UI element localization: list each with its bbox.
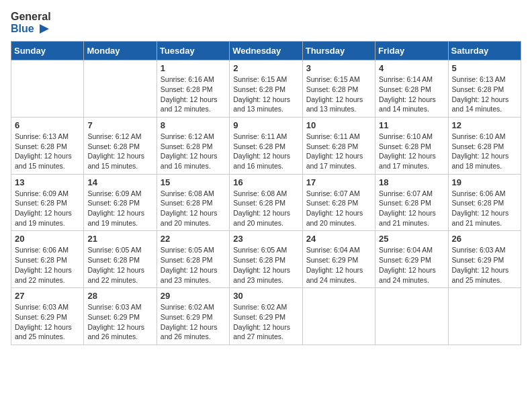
- day-number: 18: [379, 177, 444, 187]
- day-number: 26: [452, 234, 517, 244]
- day-info: Sunrise: 6:12 AMSunset: 6:28 PMDaylight:…: [87, 132, 152, 171]
- calendar-cell: 16Sunrise: 6:08 AMSunset: 6:28 PMDayligh…: [230, 174, 302, 231]
- day-info: Sunrise: 6:11 AMSunset: 6:28 PMDaylight:…: [233, 132, 298, 171]
- calendar-cell: 22Sunrise: 6:05 AMSunset: 6:28 PMDayligh…: [157, 231, 229, 288]
- calendar-cell: 14Sunrise: 6:09 AMSunset: 6:28 PMDayligh…: [84, 174, 157, 231]
- weekday-header-thursday: Thursday: [302, 42, 375, 60]
- day-number: 5: [452, 63, 517, 73]
- calendar-cell: 9Sunrise: 6:11 AMSunset: 6:28 PMDaylight…: [230, 117, 302, 174]
- day-info: Sunrise: 6:02 AMSunset: 6:29 PMDaylight:…: [161, 302, 226, 342]
- day-info: Sunrise: 6:10 AMSunset: 6:28 PMDaylight:…: [379, 132, 444, 171]
- calendar-cell: 20Sunrise: 6:06 AMSunset: 6:28 PMDayligh…: [11, 231, 84, 288]
- day-number: 28: [87, 291, 152, 301]
- day-number: 20: [15, 234, 80, 244]
- calendar-cell: 23Sunrise: 6:05 AMSunset: 6:28 PMDayligh…: [230, 231, 302, 288]
- day-number: 10: [306, 120, 371, 130]
- day-info: Sunrise: 6:05 AMSunset: 6:28 PMDaylight:…: [161, 245, 226, 285]
- calendar-cell: 15Sunrise: 6:08 AMSunset: 6:28 PMDayligh…: [157, 174, 229, 231]
- day-number: 13: [15, 177, 80, 187]
- weekday-header-wednesday: Wednesday: [230, 42, 302, 60]
- day-number: 8: [161, 120, 226, 130]
- day-number: 30: [233, 291, 298, 301]
- calendar-cell: [84, 60, 157, 118]
- calendar-cell: 19Sunrise: 6:06 AMSunset: 6:28 PMDayligh…: [448, 174, 521, 231]
- calendar-cell: 11Sunrise: 6:10 AMSunset: 6:28 PMDayligh…: [375, 117, 448, 174]
- day-info: Sunrise: 6:03 AMSunset: 6:29 PMDaylight:…: [87, 302, 152, 342]
- day-number: 14: [87, 177, 152, 187]
- day-info: Sunrise: 6:15 AMSunset: 6:28 PMDaylight:…: [233, 75, 298, 114]
- day-number: 29: [161, 291, 226, 301]
- day-info: Sunrise: 6:03 AMSunset: 6:29 PMDaylight:…: [15, 302, 80, 342]
- day-number: 22: [161, 234, 226, 244]
- day-number: 24: [306, 234, 371, 244]
- calendar-cell: 8Sunrise: 6:12 AMSunset: 6:28 PMDaylight…: [157, 117, 229, 174]
- day-info: Sunrise: 6:07 AMSunset: 6:28 PMDaylight:…: [306, 189, 371, 228]
- day-info: Sunrise: 6:04 AMSunset: 6:29 PMDaylight:…: [379, 245, 444, 285]
- day-number: 19: [452, 177, 517, 187]
- calendar-cell: 18Sunrise: 6:07 AMSunset: 6:28 PMDayligh…: [375, 174, 448, 231]
- calendar-cell: 27Sunrise: 6:03 AMSunset: 6:29 PMDayligh…: [11, 288, 84, 345]
- calendar-cell: 21Sunrise: 6:05 AMSunset: 6:28 PMDayligh…: [84, 231, 157, 288]
- calendar-cell: [448, 288, 521, 345]
- day-number: 12: [452, 120, 517, 130]
- day-info: Sunrise: 6:09 AMSunset: 6:28 PMDaylight:…: [15, 189, 80, 228]
- day-info: Sunrise: 6:06 AMSunset: 6:28 PMDaylight:…: [15, 245, 80, 285]
- calendar-cell: 17Sunrise: 6:07 AMSunset: 6:28 PMDayligh…: [302, 174, 375, 231]
- weekday-header-row: SundayMondayTuesdayWednesdayThursdayFrid…: [11, 42, 521, 60]
- day-number: 4: [379, 63, 444, 73]
- calendar-cell: 25Sunrise: 6:04 AMSunset: 6:29 PMDayligh…: [375, 231, 448, 288]
- day-info: Sunrise: 6:04 AMSunset: 6:29 PMDaylight:…: [306, 245, 371, 285]
- day-info: Sunrise: 6:08 AMSunset: 6:28 PMDaylight:…: [233, 189, 298, 228]
- weekday-header-saturday: Saturday: [448, 42, 521, 60]
- day-info: Sunrise: 6:05 AMSunset: 6:28 PMDaylight:…: [233, 245, 298, 285]
- calendar-cell: 10Sunrise: 6:11 AMSunset: 6:28 PMDayligh…: [302, 117, 375, 174]
- logo: General Blue: [11, 11, 51, 34]
- calendar-cell: 12Sunrise: 6:10 AMSunset: 6:28 PMDayligh…: [448, 117, 521, 174]
- calendar-table: SundayMondayTuesdayWednesdayThursdayFrid…: [11, 41, 521, 345]
- day-info: Sunrise: 6:02 AMSunset: 6:29 PMDaylight:…: [233, 302, 298, 342]
- calendar-cell: [375, 288, 448, 345]
- calendar-week-row: 1Sunrise: 6:16 AMSunset: 6:28 PMDaylight…: [11, 60, 521, 118]
- calendar-cell: 7Sunrise: 6:12 AMSunset: 6:28 PMDaylight…: [84, 117, 157, 174]
- weekday-header-monday: Monday: [84, 42, 157, 60]
- day-number: 23: [233, 234, 298, 244]
- calendar-cell: 1Sunrise: 6:16 AMSunset: 6:28 PMDaylight…: [157, 60, 229, 118]
- calendar-cell: 2Sunrise: 6:15 AMSunset: 6:28 PMDaylight…: [230, 60, 302, 118]
- day-number: 3: [306, 63, 371, 73]
- day-number: 25: [379, 234, 444, 244]
- day-info: Sunrise: 6:10 AMSunset: 6:28 PMDaylight:…: [452, 132, 517, 171]
- day-info: Sunrise: 6:05 AMSunset: 6:28 PMDaylight:…: [87, 245, 152, 285]
- day-number: 15: [161, 177, 226, 187]
- day-info: Sunrise: 6:03 AMSunset: 6:29 PMDaylight:…: [452, 245, 517, 285]
- calendar-week-row: 27Sunrise: 6:03 AMSunset: 6:29 PMDayligh…: [11, 288, 521, 345]
- weekday-header-friday: Friday: [375, 42, 448, 60]
- day-info: Sunrise: 6:15 AMSunset: 6:28 PMDaylight:…: [306, 75, 371, 114]
- calendar-cell: 30Sunrise: 6:02 AMSunset: 6:29 PMDayligh…: [230, 288, 302, 345]
- day-number: 7: [87, 120, 152, 130]
- day-number: 6: [15, 120, 80, 130]
- weekday-header-sunday: Sunday: [11, 42, 84, 60]
- day-info: Sunrise: 6:07 AMSunset: 6:28 PMDaylight:…: [379, 189, 444, 228]
- day-info: Sunrise: 6:09 AMSunset: 6:28 PMDaylight:…: [87, 189, 152, 228]
- day-number: 16: [233, 177, 298, 187]
- day-number: 1: [161, 63, 226, 73]
- calendar-cell: 29Sunrise: 6:02 AMSunset: 6:29 PMDayligh…: [157, 288, 229, 345]
- svg-marker-0: [40, 24, 49, 34]
- calendar-cell: [302, 288, 375, 345]
- calendar-cell: [11, 60, 84, 118]
- day-info: Sunrise: 6:08 AMSunset: 6:28 PMDaylight:…: [161, 189, 226, 228]
- calendar-week-row: 20Sunrise: 6:06 AMSunset: 6:28 PMDayligh…: [11, 231, 521, 288]
- day-number: 17: [306, 177, 371, 187]
- day-info: Sunrise: 6:16 AMSunset: 6:28 PMDaylight:…: [161, 75, 226, 114]
- calendar-cell: 4Sunrise: 6:14 AMSunset: 6:28 PMDaylight…: [375, 60, 448, 118]
- logo-text: General Blue: [11, 11, 51, 34]
- weekday-header-tuesday: Tuesday: [157, 42, 229, 60]
- calendar-week-row: 6Sunrise: 6:13 AMSunset: 6:28 PMDaylight…: [11, 117, 521, 174]
- day-info: Sunrise: 6:11 AMSunset: 6:28 PMDaylight:…: [306, 132, 371, 171]
- calendar-cell: 6Sunrise: 6:13 AMSunset: 6:28 PMDaylight…: [11, 117, 84, 174]
- header: General Blue: [11, 11, 521, 34]
- day-info: Sunrise: 6:13 AMSunset: 6:28 PMDaylight:…: [15, 132, 80, 171]
- day-info: Sunrise: 6:14 AMSunset: 6:28 PMDaylight:…: [379, 75, 444, 114]
- day-info: Sunrise: 6:12 AMSunset: 6:28 PMDaylight:…: [161, 132, 226, 171]
- day-info: Sunrise: 6:13 AMSunset: 6:28 PMDaylight:…: [452, 75, 517, 114]
